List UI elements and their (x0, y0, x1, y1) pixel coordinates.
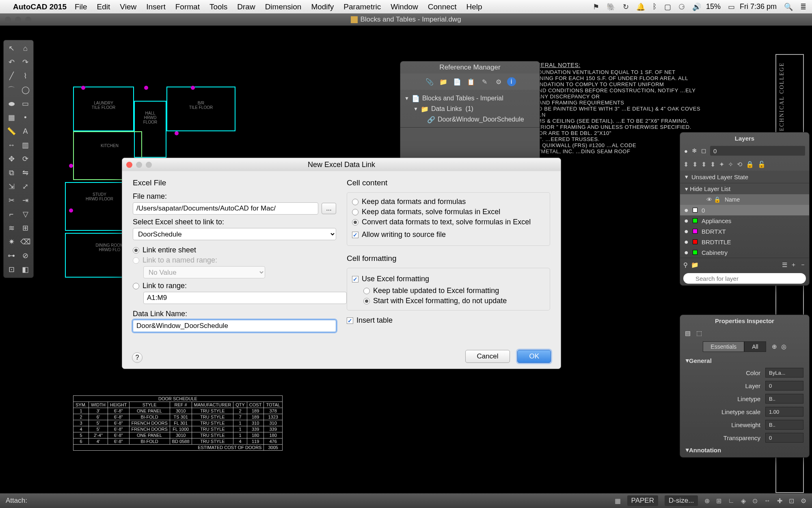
menu-modify[interactable]: Modify (311, 2, 334, 11)
lyr-ico-2[interactable]: ⬍ (692, 161, 698, 168)
tool-arc[interactable]: ⌒ (5, 84, 17, 96)
tool-offset[interactable]: ≋ (5, 222, 17, 234)
battery-icon[interactable]: ▭ (728, 2, 735, 11)
tool-stretch[interactable]: ⇲ (5, 181, 17, 192)
lyr-del-icon[interactable]: － (800, 261, 806, 269)
property-row[interactable]: Layer0 (686, 379, 803, 392)
tool-table[interactable]: ▥ (19, 139, 32, 151)
sb-i5[interactable]: ⊙ (752, 497, 758, 505)
refmgr-info-icon[interactable]: i (507, 77, 516, 86)
menu-edit[interactable]: Edit (97, 2, 110, 11)
model-paper-toggle[interactable]: PAPER (627, 495, 658, 506)
tool-point[interactable]: • (19, 112, 32, 123)
lyr-ico-9[interactable]: 🔓 (758, 161, 766, 168)
clock-text[interactable]: Fri 7:36 pm (740, 2, 777, 11)
sb-i9[interactable]: ⚙ (801, 497, 806, 505)
layer-freeze-icon[interactable]: ❄ (692, 147, 697, 154)
current-layer-name[interactable]: 0 (710, 146, 805, 156)
sb-grid-icon[interactable]: ▦ (615, 497, 621, 505)
tool-undo[interactable]: ↶ (5, 56, 17, 68)
property-row[interactable]: LineweightB.. (686, 418, 803, 431)
layer-row[interactable]: ●Cabinetry (680, 247, 809, 258)
menu-connect[interactable]: Connect (428, 2, 457, 11)
dialog-close-button[interactable] (126, 162, 132, 168)
layer-search-input[interactable] (683, 273, 806, 284)
refmgr-icon6[interactable]: ⚙ (493, 76, 504, 87)
property-row[interactable]: Transparency0 (686, 431, 803, 444)
check-insert-table[interactable]: Insert table (347, 316, 550, 325)
refmgr-icon5[interactable]: ✎ (479, 76, 490, 87)
sb-i6[interactable]: ↔ (764, 497, 771, 504)
tool-explode[interactable]: ✷ (5, 236, 17, 247)
lyr-ico-5[interactable]: ✦ (719, 161, 724, 168)
radio-link-range[interactable]: Link to range: (133, 282, 336, 290)
props-quick-icon[interactable]: ◎ (781, 343, 786, 350)
radio-link-entire[interactable]: Link entire sheet (133, 246, 336, 254)
app-name[interactable]: AutoCAD 2015 (13, 2, 67, 11)
battery-text[interactable]: 15% (706, 2, 721, 11)
sb-i1[interactable]: ⊕ (704, 497, 710, 505)
tool-hatch[interactable]: ▦ (5, 112, 17, 123)
lyr-ico-3[interactable]: ⬍ (701, 161, 706, 168)
sb-i4[interactable]: ◈ (741, 497, 746, 505)
layer-state[interactable]: ▾Unsaved Layer State (680, 171, 809, 183)
tool-copy[interactable]: ⧉ (5, 167, 17, 178)
lyr-ico-1[interactable]: ⬍ (683, 161, 689, 168)
props-pick-icon[interactable]: ⊕ (772, 343, 777, 350)
lyr-list-icon[interactable]: ☰ (782, 261, 787, 269)
evernote-icon[interactable]: 🐘 (607, 2, 615, 11)
refmgr-icon2[interactable]: 📁 (438, 76, 449, 87)
tool-erase[interactable]: ⌫ (19, 236, 32, 247)
layer-row[interactable]: ●0 (680, 205, 809, 215)
sheet-select[interactable]: DoorSchedule (133, 228, 336, 240)
tool-home[interactable]: ⌂ (19, 43, 32, 54)
lyr-ico-7[interactable]: ⟲ (737, 161, 742, 168)
tool-scale[interactable]: ⤢ (19, 181, 32, 192)
layer-row[interactable]: ●Appliances (680, 215, 809, 226)
layer-row[interactable]: ●BDRTXT (680, 226, 809, 237)
tool-move[interactable]: ✥ (5, 153, 17, 165)
refmgr-icon3[interactable]: 📄 (452, 76, 462, 87)
tool-text[interactable]: A (19, 126, 32, 137)
tool-dim[interactable]: ↔ (5, 139, 17, 151)
menu-draw[interactable]: Draw (237, 2, 255, 11)
props-mode1-icon[interactable]: ▤ (685, 330, 691, 337)
property-row[interactable]: ColorByLa... (686, 366, 803, 379)
sb-i7[interactable]: ✚ (777, 497, 782, 505)
menu-tools[interactable]: Tools (209, 2, 227, 11)
lyr-folder-icon[interactable]: 📁 (691, 261, 699, 269)
lyr-add-icon[interactable]: ＋ (790, 261, 797, 269)
lyr-ico-8[interactable]: 🔒 (746, 161, 754, 168)
tool-ellipse[interactable]: ⬬ (5, 98, 17, 109)
tool-polyline[interactable]: ⌇ (19, 70, 32, 82)
bluetooth-icon[interactable]: ᛒ (652, 2, 657, 11)
tool-fillet[interactable]: ⌐ (5, 208, 17, 220)
menu-format[interactable]: Format (175, 2, 200, 11)
radio-keep-formats[interactable]: Keep data formats and formulas (352, 198, 545, 206)
menu-dimension[interactable]: Dimension (265, 2, 302, 11)
tool-extend[interactable]: ⇥ (19, 195, 32, 206)
tab-essentials[interactable]: Essentials (703, 341, 744, 352)
radio-keep-solve[interactable]: Keep data formats, solve formulas in Exc… (352, 208, 545, 216)
check-allow-write[interactable]: Allow writing to source file (352, 230, 545, 239)
tool-cursor[interactable]: ↖ (5, 43, 17, 54)
tool-redo[interactable]: ↷ (19, 56, 32, 68)
lyr-ico-4[interactable]: ⬍ (710, 161, 715, 168)
airplay-icon[interactable]: ▢ (664, 2, 671, 11)
data-link-name-field[interactable] (133, 320, 336, 332)
sync-icon[interactable]: ↻ (623, 2, 629, 11)
menu-help[interactable]: Help (466, 2, 482, 11)
help-button[interactable]: ? (132, 352, 143, 363)
menu-insert[interactable]: Insert (146, 2, 166, 11)
lyr-ico-6[interactable]: ✧ (728, 161, 733, 168)
notification-icon[interactable]: 🔔 (636, 2, 645, 11)
tool-rotate[interactable]: ⟳ (19, 153, 32, 165)
tab-all[interactable]: All (744, 341, 766, 352)
tool-chamfer[interactable]: ▽ (19, 208, 32, 220)
tool-break[interactable]: ⊘ (19, 250, 32, 261)
window-controls[interactable] (5, 17, 31, 23)
layer-row[interactable]: ●BRDTITLE (680, 237, 809, 247)
cancel-button[interactable]: Cancel (465, 350, 510, 363)
props-mode2-icon[interactable]: ⬚ (696, 330, 702, 337)
layers-column-header[interactable]: 👁 🔒 Name (680, 194, 809, 205)
